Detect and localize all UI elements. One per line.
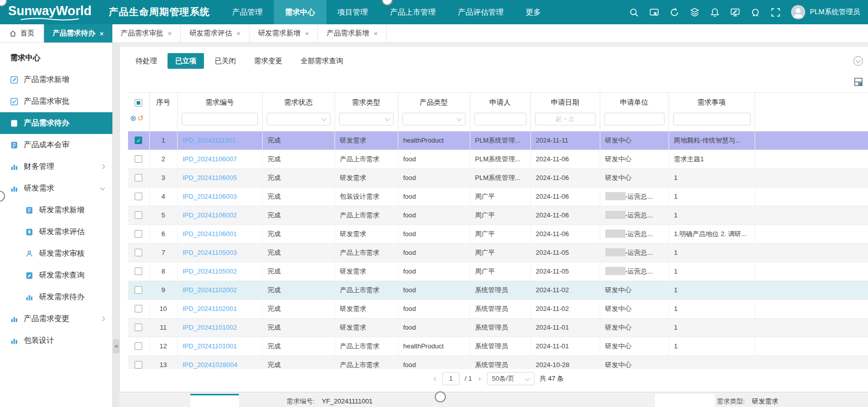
row-checkbox[interactable] [135,249,142,256]
nav-item-产品管理[interactable]: 产品管理 [221,0,274,24]
row-checkbox[interactable] [135,267,142,275]
sidebar-collapse-button[interactable] [113,339,119,353]
sidebar-item-研发需求审核[interactable]: 研发需求审核 [0,243,112,264]
layers-icon[interactable] [690,8,699,17]
select-all-checkbox[interactable] [135,99,142,107]
tab-产品需求新增[interactable]: 产品需求新增× [318,24,387,42]
sidebar-splitter[interactable] [112,43,119,407]
sidebar-item-产品成本会审[interactable]: 产品成本会审 [0,134,112,156]
refresh-icon[interactable] [670,8,679,17]
reset-filter-icon[interactable]: ↺ [138,114,144,122]
filter-select-产品类型[interactable] [402,113,466,125]
table-row[interactable]: 7IPD_20241105003完成产品上市需求food周广平2024-11-0… [128,243,868,262]
tab-研发需求评估[interactable]: 研发需求评估× [181,24,250,42]
next-page-button[interactable]: › [477,374,482,384]
sidebar-item-研发需求新增[interactable]: 研发需求新增 [0,199,112,221]
sidebar-item-产品需求变更[interactable]: 产品需求变更 [0,308,112,330]
status-tab-待处理[interactable]: 待处理 [128,53,164,69]
requirement-id-link[interactable]: IPD_20241106002 [183,211,237,219]
sidebar-item-研发需求评估[interactable]: 研发需求评估 [0,221,112,243]
row-checkbox[interactable] [135,211,142,219]
sidebar-item-产品需求新增[interactable]: 产品需求新增 [0,69,112,91]
status-tab-已立项[interactable]: 已立项 [168,53,204,69]
status-tab-已关闭[interactable]: 已关闭 [207,53,243,69]
form-select-icon[interactable] [649,8,659,17]
table-settings-icon[interactable] [854,77,863,86]
user-menu[interactable]: PLM系统管理员 [791,5,860,19]
nav-item-项目管理[interactable]: 项目管理 [326,0,379,24]
table-row[interactable]: 8IPD_20241105002完成研发需求food周广平2024-11-05-… [128,262,868,281]
sidebar-item-研发需求查询[interactable]: 研发需求查询 [0,264,112,286]
requirement-id-link[interactable]: IPD_20241101002 [183,324,237,331]
row-checkbox[interactable] [135,361,142,369]
row-checkbox[interactable] [135,193,142,200]
filter-select-需求类型[interactable] [339,113,394,125]
tab-研发需求新增[interactable]: 研发需求新增× [250,24,318,42]
table-row[interactable]: 13IPD_20241028004完成产品上市需求food系统管理员2024-1… [128,355,868,369]
close-icon[interactable]: × [168,30,172,37]
requirement-id-link[interactable]: IPD_20241106001 [183,230,237,238]
close-icon[interactable]: × [100,30,104,37]
table-row[interactable]: 2IPD_20241106007完成产品上市需求foodPLM系统管理...20… [128,150,868,168]
table-row[interactable]: 10IPD_20241102001完成研发需求food系统管理员2024-11-… [128,299,868,318]
filter-input-需求编号[interactable] [182,113,258,125]
collapse-panel-icon[interactable] [853,56,863,66]
close-icon[interactable]: × [305,30,309,37]
row-checkbox[interactable]: ✓ [135,137,142,144]
sidebar-item-包装设计[interactable]: 包装设计 [0,330,112,351]
tab-产品需求审批[interactable]: 产品需求审批× [112,24,181,42]
search-icon[interactable] [629,8,639,17]
nav-item-产品评估管理[interactable]: 产品评估管理 [447,0,515,24]
tab-产品需求待办[interactable]: 产品需求待办× [44,24,112,42]
requirement-id-link[interactable]: IPD_20241102002 [183,286,237,294]
clear-selection-icon[interactable]: ⊗ [130,114,137,122]
row-checkbox[interactable] [135,230,142,238]
requirement-id-link[interactable]: IPD_20241106005 [183,174,237,182]
row-checkbox[interactable] [135,174,142,182]
row-checkbox[interactable] [135,155,142,163]
page-size-select[interactable]: 50条/页 [487,372,534,385]
table-row[interactable]: 12IPD_20241101001完成产品上市需求healthProduct系统… [128,337,868,355]
sidebar-item-产品需求待办[interactable]: 产品需求待办 [0,112,112,134]
table-row[interactable]: 9IPD_20241102002完成产品上市需求food系统管理员2024-11… [128,281,868,299]
requirement-id-link[interactable]: IPD_20241111001 [183,137,236,144]
screen-edit-icon[interactable] [730,8,740,17]
requirement-id-link[interactable]: IPD_20241105002 [183,267,237,275]
requirement-id-link[interactable]: IPD_20241105003 [183,249,237,256]
filter-date-range[interactable]: 起 ~ 止 [535,113,596,125]
row-checkbox[interactable] [135,286,142,294]
tab-home[interactable]: 首页 [0,24,44,42]
row-checkbox[interactable] [135,324,142,331]
sidebar-item-财务管理[interactable]: 财务管理 [0,156,112,177]
sidebar-item-产品需求审批[interactable]: 产品需求审批 [0,91,112,112]
filter-input-申请单位[interactable] [604,113,665,125]
close-icon[interactable]: × [374,30,378,37]
nav-item-需求中心[interactable]: 需求中心 [274,0,326,24]
filter-select-需求状态[interactable] [267,113,330,125]
status-tab-需求变更[interactable]: 需求变更 [246,53,290,69]
sidebar-item-研发需求待办[interactable]: 研发需求待办 [0,286,112,308]
close-icon[interactable]: × [236,30,240,37]
nav-item-更多[interactable]: 更多 [515,0,552,24]
requirement-id-link[interactable]: IPD_20241101001 [183,342,237,350]
table-row[interactable]: 6IPD_20241106001完成研发需求food周广平2024-11-06-… [128,224,868,243]
page-number-input[interactable]: 1 [442,372,460,385]
table-row[interactable]: 5IPD_20241106002完成产品上市需求food周广平2024-11-0… [128,206,868,224]
omega-icon[interactable] [751,8,760,17]
table-row[interactable]: ✓1IPD_20241111001完成研发需求healthProductPLM系… [128,131,868,150]
fullscreen-icon[interactable] [771,8,780,17]
table-row[interactable]: 4IPD_20241106003完成包装设计需求food周广平2024-11-0… [128,187,868,206]
status-tab-全部需求查询[interactable]: 全部需求查询 [293,53,351,69]
bell-icon[interactable] [710,8,720,17]
requirement-id-link[interactable]: IPD_20241106003 [183,193,237,200]
filter-input-需求事项[interactable] [673,113,751,125]
table-row[interactable]: 11IPD_20241101002完成研发需求food系统管理员2024-11-… [128,318,868,337]
table-row[interactable]: 3IPD_20241106005完成研发需求foodPLM系统管理...2024… [128,168,868,187]
requirement-id-link[interactable]: IPD_20241106007 [183,155,237,163]
requirement-id-link[interactable]: IPD_20241028004 [183,361,237,369]
requirement-id-link[interactable]: IPD_20241102001 [183,305,237,312]
prev-page-button[interactable]: ‹ [432,374,437,384]
row-checkbox[interactable] [135,342,142,350]
filter-input-申请人[interactable] [474,113,526,125]
sidebar-item-研发需求[interactable]: 研发需求 [0,177,112,199]
